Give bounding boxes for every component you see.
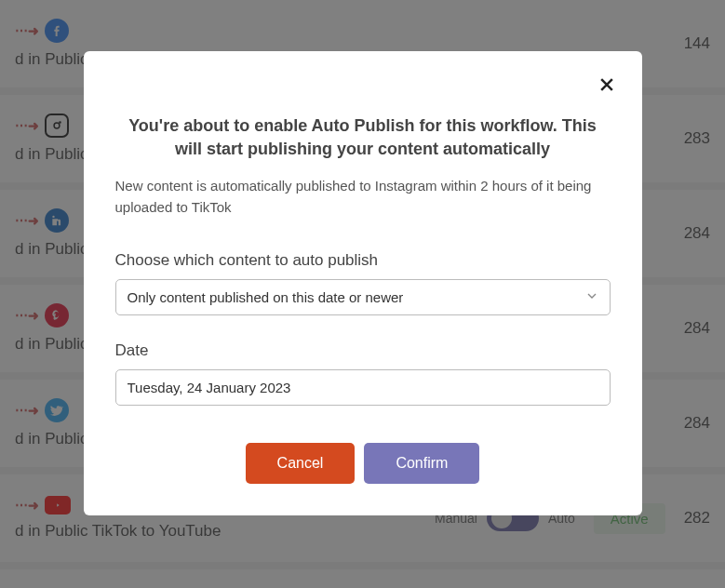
cancel-button[interactable]: Cancel xyxy=(246,443,356,484)
confirm-button[interactable]: Confirm xyxy=(364,443,479,484)
date-input[interactable] xyxy=(115,369,611,406)
modal-overlay: You're about to enable Auto Publish for … xyxy=(0,0,725,588)
modal-description: New content is automatically published t… xyxy=(115,176,611,218)
content-select[interactable] xyxy=(115,279,611,315)
modal-title: You're about to enable Auto Publish for … xyxy=(115,114,611,161)
date-label: Date xyxy=(115,341,611,360)
content-select-label: Choose which content to auto publish xyxy=(115,251,611,270)
auto-publish-modal: You're about to enable Auto Publish for … xyxy=(84,51,642,515)
close-icon xyxy=(597,75,616,94)
close-button[interactable] xyxy=(594,72,620,98)
